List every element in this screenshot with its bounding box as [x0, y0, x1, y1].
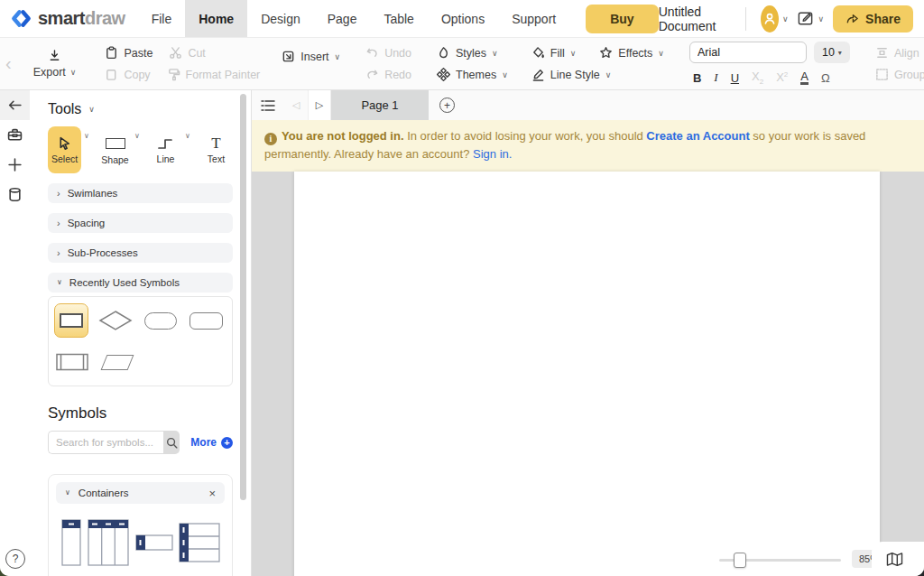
add-page-tab-button[interactable]: + [439, 98, 455, 113]
symbol-horizontal-lane[interactable] [134, 534, 174, 552]
paste-icon [105, 46, 118, 60]
zoom-slider-handle[interactable] [734, 553, 746, 568]
symbol-rectangle[interactable] [54, 303, 88, 338]
toolbar-collapse-left-icon[interactable]: ‹ [0, 38, 19, 89]
italic-button[interactable]: I [714, 70, 717, 85]
drawing-workspace[interactable]: 85% [252, 172, 924, 576]
help-button[interactable]: ? [5, 549, 25, 569]
symbol-predefined-process[interactable] [54, 345, 90, 379]
next-page-button[interactable]: ▷ [308, 90, 331, 120]
menu-item-home[interactable]: Home [185, 0, 247, 37]
tools-panel: Tools ∨ Select ∨ Shape ∨ Line ∨ [30, 90, 239, 576]
menu-item-file[interactable]: File [138, 0, 186, 37]
symbol-terminator[interactable] [143, 303, 179, 338]
group-button[interactable]: Group ∨ [875, 66, 924, 83]
section-recently-used[interactable]: ∨ Recently Used Symbols [48, 273, 233, 293]
smartdraw-logo[interactable]: smartdraw [0, 8, 138, 29]
account-chevron-icon[interactable]: ∨ [782, 14, 789, 23]
close-icon[interactable]: × [208, 487, 216, 500]
banner-text-1: In order to avoid losing your work, you … [404, 129, 647, 143]
menu-item-page[interactable]: Page [314, 0, 371, 37]
font-color-button[interactable]: A [800, 70, 808, 85]
shape-chevron-icon[interactable]: ∨ [134, 132, 140, 140]
copy-button[interactable]: Copy [105, 66, 150, 83]
superscript-button[interactable]: X2 [776, 70, 788, 84]
section-swimlanes[interactable]: › Swimlanes [48, 183, 233, 203]
add-page-button[interactable] [0, 150, 30, 180]
font-family-input[interactable] [689, 42, 807, 63]
create-account-link[interactable]: Create an Account [646, 129, 749, 143]
redo-button[interactable]: Redo [365, 66, 411, 83]
menu-item-table[interactable]: Table [370, 0, 427, 37]
tools-panel-title[interactable]: Tools ∨ [48, 101, 233, 117]
font-size-dropdown[interactable]: 10▾ [814, 42, 850, 63]
download-icon [48, 49, 61, 62]
zoom-slider[interactable] [719, 559, 841, 562]
feedback-chevron-icon[interactable]: ∨ [818, 14, 824, 23]
smartdraw-logo-icon [11, 8, 32, 29]
align-button[interactable]: Align ∨ [875, 44, 924, 61]
sign-in-link[interactable]: Sign in. [473, 147, 512, 161]
cut-button[interactable]: Cut [169, 44, 205, 61]
back-arrow-button[interactable] [0, 90, 30, 120]
shape-tool-button[interactable]: Shape [98, 126, 132, 173]
recently-used-symbols [48, 296, 233, 386]
containers-header[interactable]: ∨ Containers × [56, 482, 225, 504]
export-button[interactable]: Export∨ [19, 38, 91, 89]
symbol-rounded-rectangle[interactable] [188, 303, 224, 338]
section-sub-processes[interactable]: › Sub-Processes [48, 243, 233, 263]
buy-button[interactable]: Buy [586, 5, 658, 33]
more-symbols-link[interactable]: More + [190, 436, 233, 449]
insert-button[interactable]: Insert ∨ [282, 48, 340, 65]
info-icon: i [264, 133, 277, 145]
line-style-button[interactable]: Line Style ∨ [531, 66, 664, 83]
cursor-icon [57, 135, 72, 151]
chevron-right-icon: › [57, 248, 60, 258]
symbol-diamond[interactable] [97, 303, 134, 338]
share-button[interactable]: Share [833, 5, 913, 33]
feedback-icon[interactable] [797, 10, 814, 27]
subscript-button[interactable]: X2 [752, 70, 763, 86]
symbol-horizontal-swimlanes[interactable] [178, 522, 221, 563]
symbol-parallelogram[interactable] [99, 345, 135, 379]
underline-button[interactable]: U [731, 71, 739, 85]
section-spacing[interactable]: › Spacing [48, 213, 233, 233]
search-button[interactable] [163, 431, 180, 454]
page-list-button[interactable] [252, 90, 284, 120]
page-tab[interactable]: Page 1 [331, 90, 429, 120]
themes-button[interactable]: Themes ∨ [437, 66, 508, 83]
bold-button[interactable]: B [693, 71, 701, 85]
document-title[interactable]: Untitled Document [659, 5, 746, 33]
text-tool-button[interactable]: T Text [199, 126, 233, 173]
account-avatar[interactable] [761, 5, 779, 33]
symbol-vertical-swimlanes[interactable] [87, 518, 130, 567]
special-character-button[interactable]: Ω [821, 71, 830, 85]
paste-button[interactable]: Paste [105, 44, 152, 61]
menu-item-support[interactable]: Support [498, 0, 569, 37]
undo-icon [365, 46, 379, 60]
minimap-button[interactable] [881, 546, 908, 571]
effects-button[interactable]: Effects ∨ [599, 44, 664, 61]
symbol-vertical-lane[interactable] [60, 518, 83, 567]
fill-button[interactable]: Fill ∨ [531, 44, 577, 61]
menu-item-design[interactable]: Design [247, 0, 314, 37]
styles-button[interactable]: Styles ∨ [437, 44, 508, 61]
menu-item-options[interactable]: Options [428, 0, 498, 37]
format-painter-button[interactable]: Format Painter [167, 66, 261, 83]
undo-button[interactable]: Undo [365, 44, 411, 61]
share-icon [845, 12, 859, 25]
toolbar: ‹ Export∨ Paste Cut [0, 38, 924, 90]
line-chevron-icon[interactable]: ∨ [185, 132, 190, 140]
panel-scrollbar[interactable] [240, 94, 246, 500]
previous-page-button[interactable]: ◁ [284, 90, 308, 120]
left-rail: ? [0, 90, 30, 576]
font-size-chevron-icon: ▾ [838, 49, 842, 57]
page-sheet[interactable] [294, 172, 880, 576]
select-tool-button[interactable]: Select [48, 126, 81, 173]
toolbox-button[interactable] [0, 120, 30, 150]
select-chevron-icon[interactable]: ∨ [84, 132, 89, 140]
main-menu: File Home Design Page Table Options Supp… [138, 0, 570, 37]
data-button[interactable] [0, 180, 30, 209]
line-tool-button[interactable]: Line [149, 126, 182, 173]
symbol-search-input[interactable] [48, 431, 163, 454]
